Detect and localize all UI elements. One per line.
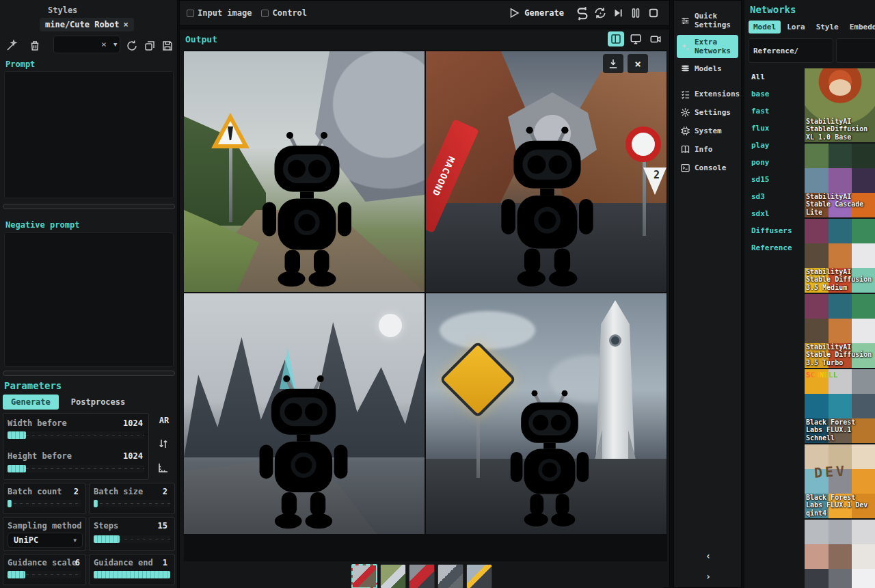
save-style-icon[interactable] (161, 40, 174, 52)
chevron-down-icon[interactable]: ▼ (113, 41, 117, 48)
ruler-icon[interactable] (157, 462, 170, 474)
generated-image-1[interactable]: #q1 .rb{fill:#c6ccd3;stroke:#7e858d;stro… (184, 51, 425, 292)
nav-extra-networks[interactable]: Extra Networks (677, 35, 738, 58)
batch-count-box: Batch count 2 (3, 483, 86, 514)
thumbnail-4[interactable] (438, 564, 463, 588)
category-fast[interactable]: fast (744, 103, 805, 120)
nav-settings[interactable]: Settings (677, 105, 738, 120)
pause-icon[interactable] (627, 4, 645, 22)
guidance-scale-label: Guidance scale (8, 558, 77, 567)
clear-styles-icon[interactable] (29, 40, 41, 52)
style-tag[interactable]: mine/Cute Robot× (40, 18, 134, 31)
model-card[interactable]: StabilityAI Stable Diffusion 3.5 Medium (805, 219, 875, 293)
video-view-icon[interactable] (647, 31, 664, 46)
swap-dimensions-icon[interactable] (157, 438, 170, 450)
width-label: Width before (8, 418, 67, 428)
nav-extensions[interactable]: Extensions (677, 86, 738, 102)
chip-icon (680, 126, 690, 136)
generated-image-2[interactable]: MACOOND 2 #q2 .rb{fill:#c22830;stroke:#7… (426, 51, 667, 292)
model-card[interactable]: SCHNELL Black Forest Labs FLUX.1 Schnell (805, 369, 875, 443)
aspect-ratio-button[interactable]: AR (153, 416, 175, 425)
category-flux[interactable]: flux (744, 120, 805, 137)
category-pony[interactable]: pony (744, 154, 805, 171)
network-search-input[interactable] (749, 38, 833, 63)
loop-icon[interactable] (574, 4, 591, 22)
tab-style[interactable]: Style (811, 21, 844, 34)
height-value: 1024 (123, 451, 143, 461)
networks-panel: Networks Model Lora Style Embedding VAE … (744, 0, 875, 588)
model-card[interactable] (805, 520, 875, 588)
clear-input-icon[interactable]: × (101, 39, 107, 49)
category-sdxl[interactable]: sdxl (744, 205, 805, 222)
category-diffusers[interactable]: Diffusers (744, 222, 805, 239)
reprocess-icon[interactable] (591, 4, 609, 22)
thumbnail-3[interactable] (409, 564, 435, 588)
image-gallery[interactable]: × #q1 .rb{fill:#c6ccd3;stroke:#7e858d;st… (184, 50, 667, 561)
split-view-icon[interactable] (608, 31, 624, 46)
category-sd3[interactable]: sd3 (744, 188, 805, 205)
thumbnail-5[interactable] (466, 564, 492, 588)
tab-model[interactable]: Model (749, 21, 781, 34)
category-play[interactable]: play (744, 137, 805, 154)
apply-style-icon[interactable] (5, 40, 18, 52)
tab-generate[interactable]: Generate (3, 395, 59, 410)
parameters-title: Parameters (4, 380, 62, 391)
guidance-end-slider[interactable] (94, 571, 170, 578)
resize-handle[interactable] (3, 371, 175, 376)
nav-quick-settings[interactable]: Quick Settings (677, 9, 738, 32)
nav-info[interactable]: Info (677, 142, 738, 157)
prompt-input[interactable] (4, 71, 174, 198)
control-checkbox[interactable] (261, 10, 269, 17)
nav-console[interactable]: Console (677, 160, 738, 176)
batch-count-label: Batch count (8, 487, 62, 496)
download-image-icon[interactable] (603, 54, 623, 73)
stop-icon[interactable] (645, 4, 662, 22)
model-card[interactable]: StabilityAI Stable Cascade Lite (805, 144, 875, 217)
category-sd15[interactable]: sd15 (744, 171, 805, 188)
thumbnail-1[interactable] (351, 564, 377, 588)
batch-size-value: 2 (163, 487, 167, 496)
batch-size-label: Batch size (94, 487, 143, 496)
nav-models[interactable]: Models (677, 61, 738, 77)
close-gallery-icon[interactable]: × (628, 54, 648, 73)
thumbnail-2[interactable] (380, 564, 406, 588)
input-image-checkbox[interactable] (187, 10, 194, 17)
model-card[interactable]: StabilityAI Stable Diffusion 3.5 Turbo (805, 294, 875, 368)
styles-select-input[interactable] (53, 36, 120, 53)
skip-icon[interactable] (609, 4, 627, 22)
width-slider[interactable] (8, 431, 144, 439)
guidance-scale-slider[interactable] (8, 571, 81, 578)
model-card[interactable]: DEV Black Forest Labs FLUX.1 Dev qint4 (805, 444, 875, 518)
refresh-styles-icon[interactable] (126, 40, 138, 52)
height-slider[interactable] (8, 465, 144, 472)
fullscreen-view-icon[interactable] (628, 31, 644, 46)
sampler-box: Sampling method UniPC▼ (3, 517, 86, 551)
remove-style-icon[interactable]: × (123, 20, 128, 29)
guidance-end-label: Guidance end (94, 558, 153, 567)
nav-system[interactable]: System (677, 123, 738, 139)
tab-lora[interactable]: Lora (782, 21, 810, 34)
output-panel: Output × #q1 .rb{fill:#c6ccd3;stroke:#7e… (179, 29, 670, 588)
copy-style-icon[interactable] (144, 40, 156, 52)
steps-slider[interactable] (94, 535, 170, 543)
sparkles-icon (680, 42, 690, 52)
batch-size-slider[interactable] (94, 500, 170, 507)
category-all[interactable]: All (744, 68, 805, 85)
schnell-art-text: SCHNELL (806, 371, 837, 379)
sampling-method-select[interactable]: UniPC▼ (8, 533, 83, 548)
negative-prompt-input[interactable] (4, 232, 174, 366)
model-card[interactable]: StabilityAI StableDiffusion XL 1.0 Base (805, 68, 875, 142)
category-reference[interactable]: Reference (744, 239, 805, 256)
resize-handle[interactable] (3, 204, 175, 209)
network-description-input[interactable] (836, 38, 875, 63)
category-base[interactable]: base (744, 85, 805, 103)
batch-count-slider[interactable] (8, 500, 81, 507)
tab-embedding[interactable]: Embedding (845, 21, 875, 34)
collapse-right-icon[interactable]: › (674, 571, 742, 582)
generated-image-3[interactable]: #q3 .rb{fill:#cdd2d8;stroke:#84#no8b93;s… (184, 293, 425, 534)
tab-postprocess[interactable]: Postprocess (63, 395, 133, 410)
generate-button[interactable]: Generate (508, 7, 564, 19)
generated-image-4[interactable]: #q4 .rb{fill:#c2c9d1;stroke:#767e88;stro… (426, 293, 667, 534)
collapse-left-icon[interactable]: ‹ (674, 550, 742, 561)
thumbnail-strip (180, 563, 663, 588)
